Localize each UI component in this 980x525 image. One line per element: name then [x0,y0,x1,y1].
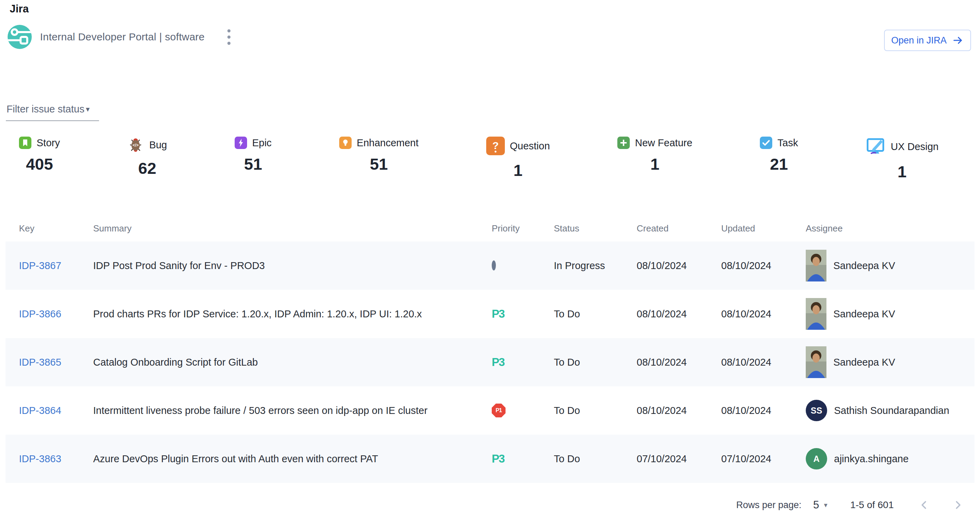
assignee-name: Sandeepa KV [834,308,895,320]
epic-icon [235,136,247,149]
issue-summary: IDP Post Prod Sanity for Env - PROD3 [93,260,492,271]
issue-type-count: 21 [770,154,788,173]
issue-type-label: Story [37,137,60,149]
issue-type-label: Question [510,140,550,152]
issue-status: To Do [554,308,636,320]
avatar [806,346,826,378]
table-row: IDP-3863 Azure DevOps Plugin Errors out … [6,435,974,483]
issue-type-label: Task [778,137,798,149]
chevron-right-icon [951,498,964,512]
column-header-created: Created [636,223,721,234]
avatar: SS [806,400,827,421]
issue-type-card: </> Bug 62 [127,136,167,181]
svg-text:</>: </> [133,143,139,148]
chevron-down-icon: ▾ [86,105,90,114]
priority-none-icon [492,260,496,270]
enhancement-icon [339,136,352,149]
issue-type-count: 51 [244,154,262,173]
issues-table: Key Summary Priority Status Created Upda… [6,216,974,483]
issue-key-link[interactable]: IDP-3864 [19,405,61,416]
issue-key-link[interactable]: IDP-3865 [19,357,61,368]
issue-type-card: Task 21 [760,136,798,181]
filter-issue-status-select[interactable]: Filter issue status ▾ [6,102,99,121]
bug-icon: </> [127,136,144,153]
table-row: IDP-3867 IDP Post Prod Sanity for Env - … [6,241,974,290]
issue-status: To Do [554,357,636,368]
issue-type-count: 1 [514,161,522,180]
avatar: A [806,448,827,469]
avatar [806,298,826,330]
issue-status: In Progress [554,260,636,271]
issue-status: To Do [554,405,636,416]
issue-summary: Azure DevOps Plugin Errors out with Auth… [93,453,492,465]
column-header-summary: Summary [93,223,492,234]
issue-updated-date: 07/10/2024 [721,453,806,465]
column-header-status: Status [554,223,636,234]
issue-created-date: 08/10/2024 [636,357,721,368]
issue-status: To Do [554,453,636,465]
issue-type-label: UX Design [891,141,939,152]
issue-type-card: Story 405 [19,136,60,181]
question-icon: ? [486,136,505,155]
arrow-right-icon [952,35,964,46]
task-icon [760,136,772,149]
issue-type-label: Bug [149,140,167,151]
issue-type-card: ? Question 1 [486,136,550,181]
rows-per-page-select[interactable]: 5 ▾ [813,499,827,511]
issue-updated-date: 08/10/2024 [721,405,806,416]
previous-page-button[interactable] [916,497,932,513]
assignee-name: ajinkya.shingane [834,453,908,465]
assignee-name: Sandeepa KV [834,357,895,368]
priority-p3-icon: P3 [492,307,504,320]
open-in-jira-label: Open in JIRA [891,35,947,46]
issue-key-link[interactable]: IDP-3867 [19,260,61,271]
issue-type-counters: Story 405 </> Bug 62 Epic 51 Enhancement… [19,136,939,181]
new-feature-icon [617,136,630,149]
filter-issue-status-label: Filter issue status [6,103,84,115]
issue-updated-date: 08/10/2024 [721,357,806,368]
issue-updated-date: 08/10/2024 [721,260,806,271]
issue-created-date: 07/10/2024 [636,453,721,465]
issue-type-card: Epic 51 [235,136,272,181]
pagination-bar: Rows per page: 5 ▾ 1-5 of 601 [736,497,966,513]
entity-logo-icon [8,25,32,49]
rows-per-page-label: Rows per page: [736,500,801,511]
issue-summary: Intermittent liveness probe failure / 50… [93,405,492,416]
issue-summary: Prod charts PRs for IDP Service: 1.20.x,… [93,308,492,320]
assignee-name: Sandeepa KV [834,260,895,271]
next-page-button[interactable] [950,497,966,513]
issue-key-link[interactable]: IDP-3863 [19,453,61,464]
issue-type-count: 405 [26,154,53,173]
issue-type-card: New Feature 1 [617,136,692,181]
rows-per-page-value: 5 [813,499,819,511]
issue-type-label: Enhancement [357,137,418,149]
entity-name: Internal Developer Portal | software [40,31,205,43]
issue-created-date: 08/10/2024 [636,260,721,271]
table-row: IDP-3866 Prod charts PRs for IDP Service… [6,290,974,338]
priority-p3-icon: P3 [492,452,504,465]
priority-p1-icon: P1 [492,404,506,417]
kebab-menu-icon[interactable] [224,26,234,48]
issue-type-card: UX Design 1 [865,136,939,181]
table-row: IDP-3864 Intermittent liveness probe fai… [6,386,974,435]
entity-header: Internal Developer Portal | software [8,25,234,49]
open-in-jira-button[interactable]: Open in JIRA [884,30,971,51]
pagination-range: 1-5 of 601 [850,500,894,511]
issue-type-label: Epic [252,137,272,149]
issue-key-link[interactable]: IDP-3866 [19,308,61,319]
column-header-assignee: Assignee [806,223,974,234]
assignee-name: Sathish Soundarapandian [834,405,949,416]
issue-summary: Catalog Onboarding Script for GitLab [93,357,492,368]
issue-type-count: 1 [651,154,659,173]
issue-type-count: 62 [138,159,156,178]
column-header-updated: Updated [721,223,806,234]
column-header-key: Key [19,223,93,234]
page-title: Jira [10,3,29,15]
svg-text:?: ? [492,140,499,151]
chevron-left-icon [918,498,931,512]
issue-updated-date: 08/10/2024 [721,308,806,320]
table-row: IDP-3865 Catalog Onboarding Script for G… [6,338,974,386]
issue-type-count: 1 [897,162,907,181]
issue-created-date: 08/10/2024 [636,405,721,416]
issue-created-date: 08/10/2024 [636,308,721,320]
